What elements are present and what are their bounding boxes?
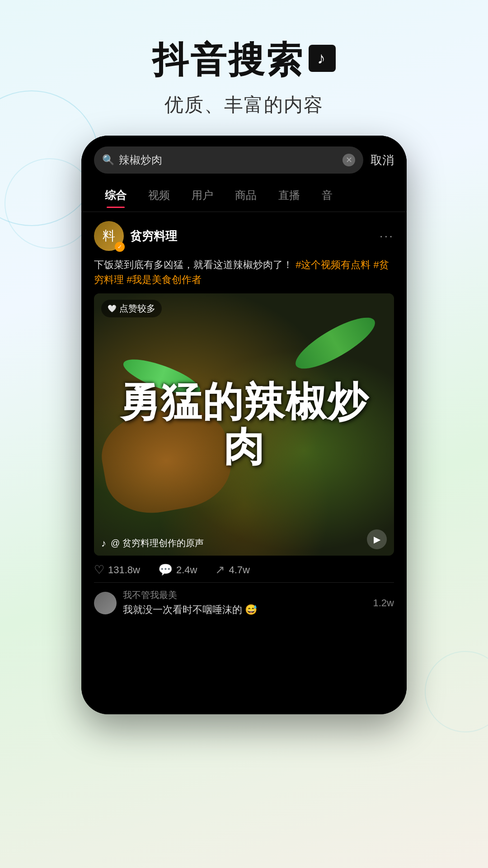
audio-text: @ 贫穷料理创作的原声 [111, 537, 204, 549]
clear-search-button[interactable]: ✕ [343, 154, 355, 166]
hashtag-1[interactable]: #这个视频有点料 [296, 259, 371, 270]
hashtag-3[interactable]: #我是美食创作者 [127, 274, 202, 285]
app-subtitle: 优质、丰富的内容 [0, 92, 488, 118]
verified-badge: ✓ [115, 242, 125, 252]
phone-mockup: 🔍 辣椒炒肉 ✕ 取消 综合 视频 用户 [81, 136, 407, 714]
tab-label-商品: 商品 [235, 189, 257, 201]
clear-icon-symbol: ✕ [346, 155, 352, 165]
play-button[interactable]: ▶ [367, 529, 387, 549]
search-input-box[interactable]: 🔍 辣椒炒肉 ✕ [94, 146, 363, 174]
user-row: 料 ✓ 贫穷料理 ··· [94, 221, 394, 251]
comment-avatar [94, 592, 117, 614]
shares-count: 4.7w [229, 564, 249, 576]
cancel-search-button[interactable]: 取消 [371, 152, 394, 168]
phone-wrapper: 🔍 辣椒炒肉 ✕ 取消 综合 视频 用户 [0, 136, 488, 714]
post-text: 下饭菜到底有多凶猛，就看这道辣椒炒肉了！ #这个视频有点料 #贫穷料理 #我是美… [94, 257, 394, 287]
post-text-plain: 下饭菜到底有多凶猛，就看这道辣椒炒肉了！ [94, 259, 293, 270]
user-info: 料 ✓ 贫穷料理 [94, 221, 177, 251]
tab-视频[interactable]: 视频 [137, 183, 181, 208]
play-icon: ▶ [374, 534, 380, 545]
search-bar-row: 🔍 辣椒炒肉 ✕ 取消 [81, 136, 407, 179]
tab-label-直播: 直播 [278, 189, 300, 201]
stats-row: ♡ 131.8w 💬 2.4w ↗ 4.7w [94, 556, 394, 582]
likes-count: 131.8w [108, 564, 140, 576]
comment-username[interactable]: 我不管我最美 [123, 589, 367, 601]
username[interactable]: 贫穷料理 [130, 228, 177, 244]
top-section: 抖音搜索 优质、丰富的内容 [0, 0, 488, 136]
comment-text: 我就没一次看时不咽唾沫的 😅 [123, 603, 367, 617]
tab-label-视频: 视频 [148, 189, 170, 201]
comments-stat[interactable]: 💬 2.4w [158, 563, 197, 577]
comment-count: 1.2w [373, 597, 394, 609]
avatar-text: 料 [103, 227, 115, 245]
search-icon: 🔍 [102, 154, 114, 166]
tab-label-音: 音 [322, 189, 333, 201]
audio-row: ♪ @ 贫穷料理创作的原声 [101, 537, 204, 549]
comment-content: 我不管我最美 我就没一次看时不咽唾沫的 😅 [123, 589, 367, 617]
video-overlay: 勇猛的辣椒炒肉 [94, 293, 394, 556]
tiktok-logo-icon [309, 45, 336, 72]
app-title: 抖音搜索 [0, 36, 488, 85]
tab-label-用户: 用户 [192, 189, 213, 201]
comment-preview: 我不管我最美 我就没一次看时不咽唾沫的 😅 1.2w [81, 583, 407, 623]
share-icon: ↗ [215, 563, 225, 577]
tab-用户[interactable]: 用户 [181, 183, 224, 208]
comment-icon: 💬 [158, 563, 173, 577]
search-query-text: 辣椒炒肉 [119, 153, 338, 167]
more-options-button[interactable]: ··· [380, 229, 394, 243]
tab-综合[interactable]: 综合 [94, 183, 137, 208]
search-tabs-row: 综合 视频 用户 商品 直播 音 [81, 179, 407, 212]
video-thumbnail[interactable]: 🤍 点赞较多 勇猛的辣椒炒肉 ♪ @ 贫穷料理创作的原声 ▶ [94, 293, 394, 556]
calligraphy-text: 勇猛的辣椒炒肉 [94, 371, 394, 478]
avatar[interactable]: 料 ✓ [94, 221, 124, 251]
tab-音乐[interactable]: 音 [311, 183, 343, 208]
tab-商品[interactable]: 商品 [224, 183, 267, 208]
phone-screen: 🔍 辣椒炒肉 ✕ 取消 综合 视频 用户 [81, 136, 407, 714]
tiktok-small-icon: ♪ [101, 538, 106, 549]
shares-stat[interactable]: ↗ 4.7w [215, 563, 249, 577]
tab-直播[interactable]: 直播 [267, 183, 311, 208]
post-card: 料 ✓ 贫穷料理 ··· 下饭菜到底有多凶猛，就看这道辣椒炒肉了！ #这个视频有… [81, 212, 407, 582]
comments-count: 2.4w [176, 564, 197, 576]
title-text: 抖音搜索 [152, 36, 304, 85]
tab-label-综合: 综合 [105, 189, 127, 201]
likes-stat[interactable]: ♡ 131.8w [94, 563, 140, 577]
comment-row: 我不管我最美 我就没一次看时不咽唾沫的 😅 1.2w [94, 589, 394, 617]
like-icon: ♡ [94, 563, 104, 577]
